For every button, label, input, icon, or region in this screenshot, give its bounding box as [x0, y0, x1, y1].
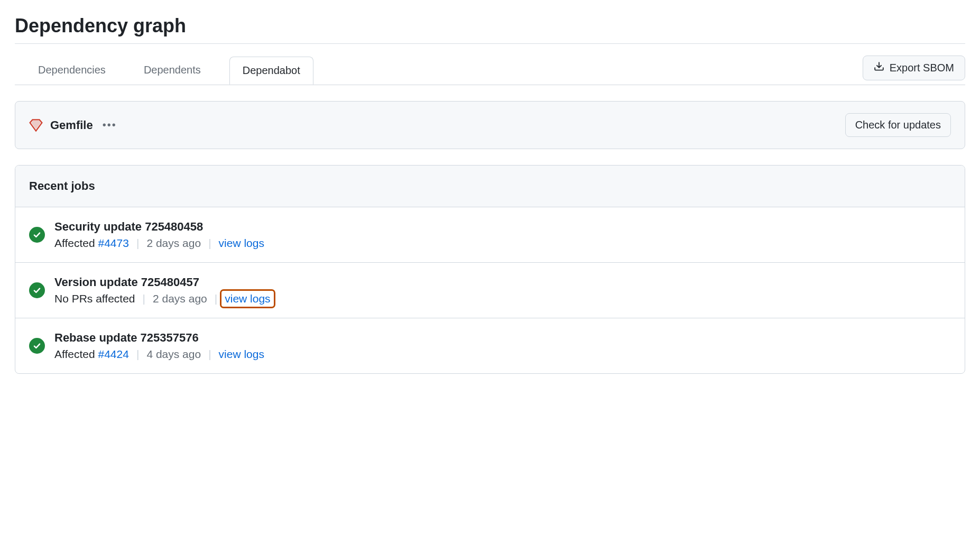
separator: |	[143, 292, 145, 305]
job-time: 2 days ago	[153, 292, 207, 305]
page-title: Dependency graph	[15, 15, 965, 44]
ruby-gem-icon	[29, 118, 43, 132]
download-icon	[874, 61, 884, 75]
export-sbom-label: Export SBOM	[890, 62, 954, 74]
affected-label: Affected	[54, 237, 95, 249]
tab-dependencies[interactable]: Dependencies	[29, 57, 115, 84]
affected-label: Affected	[54, 348, 95, 360]
job-row: Security update 725480458 Affected #4473…	[15, 207, 965, 263]
job-time: 2 days ago	[146, 237, 201, 250]
tabnav: Dependencies Dependents Dependabot Expor…	[15, 56, 965, 85]
kebab-icon[interactable]: •••	[103, 119, 117, 131]
tab-dependents[interactable]: Dependents	[134, 57, 210, 84]
tabs: Dependencies Dependents Dependabot	[15, 57, 863, 84]
check-circle-icon	[29, 227, 45, 243]
file-panel: Gemfile ••• Check for updates	[15, 101, 965, 149]
separator: |	[208, 237, 211, 250]
check-circle-icon	[29, 338, 45, 354]
separator: |	[215, 292, 217, 305]
export-sbom-button[interactable]: Export SBOM	[863, 56, 965, 80]
job-title: Rebase update 725357576	[54, 331, 264, 345]
job-time: 4 days ago	[146, 348, 201, 361]
view-logs-link[interactable]: view logs	[221, 291, 273, 307]
filename: Gemfile	[50, 118, 93, 132]
job-title: Security update 725480458	[54, 220, 264, 234]
recent-jobs-box: Recent jobs Security update 725480458 Af…	[15, 165, 965, 374]
tab-dependabot[interactable]: Dependabot	[229, 57, 313, 85]
affected-label: No PRs affected	[54, 292, 135, 305]
separator: |	[136, 348, 139, 361]
view-logs-link[interactable]: view logs	[219, 348, 264, 361]
view-logs-link[interactable]: view logs	[219, 237, 264, 250]
job-row: Rebase update 725357576 Affected #4424 |…	[15, 318, 965, 373]
pr-link[interactable]: #4424	[98, 348, 129, 360]
recent-jobs-header: Recent jobs	[15, 166, 965, 207]
job-row: Version update 725480457 No PRs affected…	[15, 263, 965, 318]
check-circle-icon	[29, 282, 45, 298]
separator: |	[136, 237, 139, 250]
separator: |	[208, 348, 211, 361]
check-updates-button[interactable]: Check for updates	[845, 113, 951, 137]
job-title: Version update 725480457	[54, 275, 271, 289]
pr-link[interactable]: #4473	[98, 237, 129, 249]
